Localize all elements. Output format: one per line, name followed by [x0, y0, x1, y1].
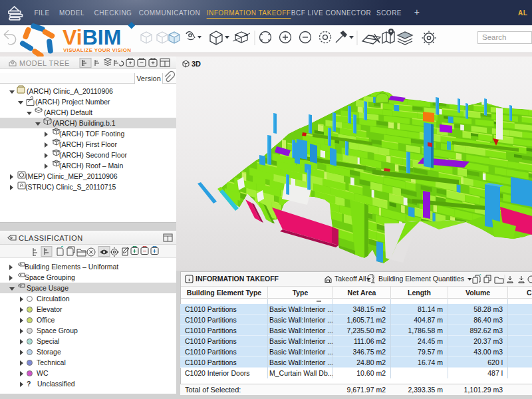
svg-text:VISUALIZE YOUR VISION: VISUALIZE YOUR VISION	[63, 47, 131, 53]
svg-text:3D: 3D	[192, 60, 201, 68]
svg-text:ViBIM: ViBIM	[63, 25, 121, 49]
